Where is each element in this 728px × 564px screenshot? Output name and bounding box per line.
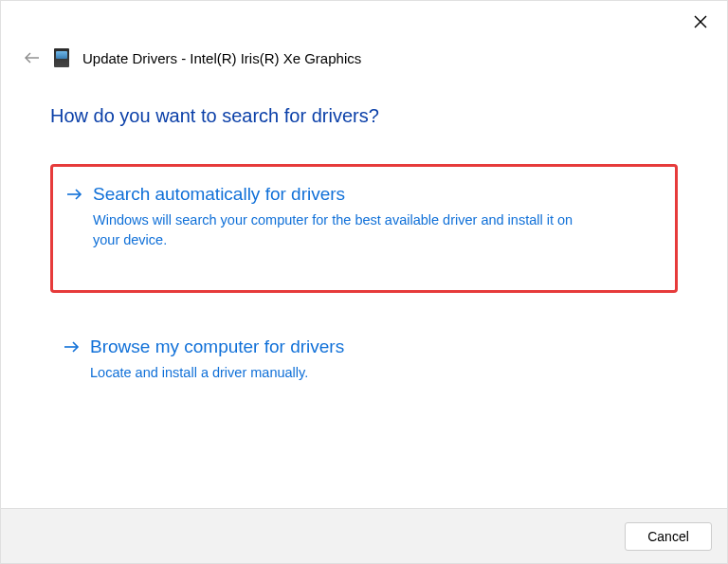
back-button[interactable] xyxy=(24,49,41,66)
dialog-title: Update Drivers - Intel(R) Iris(R) Xe Gra… xyxy=(82,50,361,66)
footer: Cancel xyxy=(1,508,727,563)
back-arrow-icon xyxy=(24,51,41,64)
option-header: Browse my computer for drivers xyxy=(64,337,664,357)
options-list: Search automatically for drivers Windows… xyxy=(50,164,678,427)
arrow-right-icon xyxy=(66,188,83,201)
option-description: Windows will search your computer for th… xyxy=(66,210,597,250)
close-button[interactable] xyxy=(691,12,710,31)
option-title: Browse my computer for drivers xyxy=(90,337,344,357)
option-title: Search automatically for drivers xyxy=(93,184,345,205)
cancel-button[interactable]: Cancel xyxy=(625,522,712,551)
option-description: Locate and install a driver manually. xyxy=(64,363,594,383)
device-icon xyxy=(54,48,69,67)
option-header: Search automatically for drivers xyxy=(66,184,662,205)
header: Update Drivers - Intel(R) Iris(R) Xe Gra… xyxy=(24,48,361,67)
option-browse-computer[interactable]: Browse my computer for drivers Locate an… xyxy=(50,319,678,400)
arrow-right-icon xyxy=(64,340,81,354)
page-heading: How do you want to search for drivers? xyxy=(50,105,379,127)
option-search-automatically[interactable]: Search automatically for drivers Windows… xyxy=(50,164,678,293)
close-icon xyxy=(694,15,707,28)
